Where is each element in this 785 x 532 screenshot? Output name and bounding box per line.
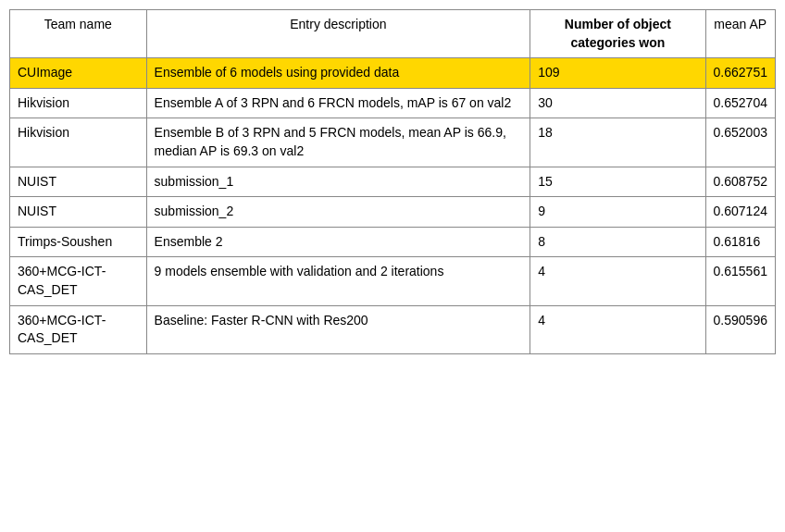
cell-mean_ap: 0.607124 [705, 197, 775, 228]
cell-num_categories: 9 [530, 197, 705, 228]
cell-entry_description: Baseline: Faster R-CNN with Res200 [146, 305, 530, 353]
table-header-row: Team name Entry description Number of ob… [10, 10, 776, 58]
cell-team_name: Trimps-Soushen [10, 227, 147, 257]
cell-num_categories: 4 [530, 305, 705, 353]
cell-num_categories: 4 [530, 257, 705, 305]
table-row: 360+MCG-ICT-CAS_DETBaseline: Faster R-CN… [10, 305, 776, 353]
cell-team_name: 360+MCG-ICT-CAS_DET [10, 257, 147, 305]
col-mean-ap: mean AP [705, 10, 775, 58]
col-team-name: Team name [10, 10, 147, 58]
table-body: CUImageEnsemble of 6 models using provid… [10, 58, 776, 354]
table-row: CUImageEnsemble of 6 models using provid… [10, 58, 776, 89]
cell-entry_description: 9 models ensemble with validation and 2 … [146, 257, 530, 305]
cell-num_categories: 30 [530, 88, 705, 118]
cell-mean_ap: 0.652003 [705, 118, 775, 167]
cell-team_name: Hikvision [10, 118, 147, 167]
cell-mean_ap: 0.590596 [705, 305, 775, 353]
table-row: Trimps-SoushenEnsemble 280.61816 [10, 227, 776, 257]
cell-num_categories: 18 [530, 118, 705, 167]
cell-entry_description: submission_2 [146, 197, 530, 228]
cell-team_name: Hikvision [10, 88, 147, 118]
table-row: 360+MCG-ICT-CAS_DET9 models ensemble wit… [10, 257, 776, 305]
cell-num_categories: 8 [530, 227, 705, 257]
table-row: HikvisionEnsemble A of 3 RPN and 6 FRCN … [10, 88, 776, 118]
cell-num_categories: 15 [530, 167, 705, 197]
cell-team_name: CUImage [10, 58, 147, 89]
cell-mean_ap: 0.61816 [705, 227, 775, 257]
table-row: NUISTsubmission_290.607124 [10, 197, 776, 228]
cell-mean_ap: 0.652704 [705, 88, 775, 118]
cell-mean_ap: 0.615561 [705, 257, 775, 305]
cell-entry_description: Ensemble A of 3 RPN and 6 FRCN models, m… [146, 88, 530, 118]
cell-team_name: NUIST [10, 167, 147, 197]
cell-num_categories: 109 [530, 58, 705, 89]
cell-entry_description: Ensemble 2 [146, 227, 530, 257]
cell-team_name: NUIST [10, 197, 147, 228]
cell-entry_description: Ensemble of 6 models using provided data [146, 58, 530, 89]
results-table: Team name Entry description Number of ob… [9, 9, 776, 354]
cell-mean_ap: 0.608752 [705, 167, 775, 197]
cell-entry_description: submission_1 [146, 167, 530, 197]
results-table-wrapper: Team name Entry description Number of ob… [9, 9, 776, 354]
col-num-categories: Number of object categories won [530, 10, 705, 58]
col-entry-description: Entry description [146, 10, 530, 58]
cell-team_name: 360+MCG-ICT-CAS_DET [10, 305, 147, 353]
cell-mean_ap: 0.662751 [705, 58, 775, 89]
cell-entry_description: Ensemble B of 3 RPN and 5 FRCN models, m… [146, 118, 530, 167]
table-row: HikvisionEnsemble B of 3 RPN and 5 FRCN … [10, 118, 776, 167]
table-row: NUISTsubmission_1150.608752 [10, 167, 776, 197]
